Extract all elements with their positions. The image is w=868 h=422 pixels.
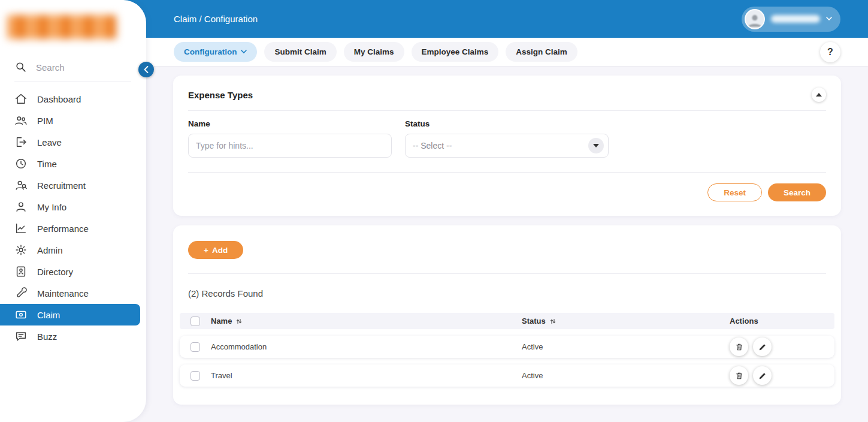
sidebar-item-label: PIM	[37, 116, 53, 126]
chevron-down-icon	[588, 138, 604, 153]
my-info-icon	[14, 200, 28, 213]
page: Claim / Configuration Configuration Subm…	[0, 0, 868, 422]
name-field-label: Name	[188, 119, 392, 128]
delete-button[interactable]	[730, 337, 748, 356]
row-checkbox[interactable]	[190, 371, 200, 381]
performance-icon	[14, 222, 28, 235]
tab-submit-claim[interactable]: Submit Claim	[264, 42, 336, 62]
sidebar-item-label: Time	[37, 159, 57, 169]
sort-icon	[549, 318, 557, 325]
row-checkbox[interactable]	[190, 342, 200, 352]
module-tabbar: Configuration Submit Claim My Claims Emp…	[146, 38, 868, 66]
sidebar-item-dashboard[interactable]: Dashboard	[0, 88, 146, 110]
claim-icon	[14, 308, 28, 321]
logo-image	[7, 15, 116, 39]
sidebar-item-admin[interactable]: Admin	[0, 239, 146, 261]
cell-status: Active	[522, 342, 730, 351]
trash-icon	[734, 371, 744, 381]
sidebar-item-label: Directory	[37, 267, 73, 277]
cell-name: Accommodation	[211, 342, 522, 351]
sidebar-item-label: My Info	[37, 202, 66, 212]
edit-button[interactable]	[753, 337, 772, 356]
sidebar-item-label: Dashboard	[37, 94, 81, 104]
expense-types-table: Name Status Actions Accommodation Active	[180, 313, 834, 387]
trash-icon	[734, 342, 744, 352]
card-title: Expense Types	[188, 90, 253, 100]
cell-name: Travel	[211, 371, 522, 380]
sidebar-item-recruitment[interactable]: Recruitment	[0, 174, 146, 196]
add-button[interactable]: + Add	[188, 241, 243, 259]
expense-types-filter-card: Expense Types Name Status -- Select --	[173, 76, 841, 216]
pencil-icon	[758, 342, 767, 352]
sidebar-item-label: Leave	[37, 137, 62, 147]
edit-button[interactable]	[753, 366, 772, 385]
main-content: Expense Types Name Status -- Select --	[146, 66, 868, 422]
tab-assign-claim[interactable]: Assign Claim	[506, 42, 577, 62]
leave-icon	[14, 135, 28, 149]
records-count: (2) Records Found	[188, 288, 826, 299]
time-icon	[14, 157, 28, 170]
buzz-icon	[14, 330, 28, 343]
admin-icon	[14, 243, 28, 257]
delete-button[interactable]	[730, 366, 748, 385]
sidebar-item-performance[interactable]: Performance	[0, 218, 146, 239]
dashboard-icon	[14, 92, 28, 106]
sidebar-item-label: Maintenance	[37, 288, 89, 299]
sidebar-item-label: Buzz	[37, 331, 57, 342]
tab-label: Configuration	[184, 47, 237, 56]
sidebar-search-input[interactable]	[36, 62, 114, 73]
search-button[interactable]: Search	[768, 183, 826, 201]
maintenance-icon	[14, 287, 28, 300]
column-header-status[interactable]: Status	[522, 316, 730, 325]
column-header-actions: Actions	[730, 316, 834, 325]
pim-icon	[14, 114, 28, 127]
tab-employee-claims[interactable]: Employee Claims	[412, 42, 499, 62]
sidebar-search	[14, 61, 131, 82]
cell-status: Active	[522, 371, 730, 380]
sidebar-item-buzz[interactable]: Buzz	[0, 325, 146, 347]
user-menu[interactable]	[742, 7, 840, 32]
user-name	[771, 15, 820, 23]
sidebar-item-my-info[interactable]: My Info	[0, 196, 146, 218]
tab-my-claims[interactable]: My Claims	[344, 42, 404, 62]
app-logo[interactable]	[7, 15, 139, 40]
divider	[188, 110, 826, 111]
recruitment-icon	[14, 179, 28, 192]
expense-types-results-card: + Add (2) Records Found Name Status	[173, 225, 841, 405]
chevron-down-icon	[241, 50, 247, 54]
add-button-label: Add	[212, 246, 228, 255]
sidebar-item-time[interactable]: Time	[0, 153, 146, 174]
sidebar-item-claim[interactable]: Claim	[0, 304, 140, 325]
sidebar-item-directory[interactable]: Directory	[0, 261, 146, 282]
search-icon	[14, 61, 28, 74]
sidebar: Dashboard PIM Leave Time Recruitment My …	[0, 0, 146, 422]
name-input[interactable]	[188, 134, 392, 158]
status-select-value: -- Select --	[413, 141, 452, 150]
help-button[interactable]: ?	[820, 42, 840, 62]
reset-button[interactable]: Reset	[707, 183, 762, 201]
sidebar-item-maintenance[interactable]: Maintenance	[0, 282, 146, 304]
sidebar-item-leave[interactable]: Leave	[0, 131, 146, 153]
avatar	[745, 9, 765, 29]
sidebar-nav: Dashboard PIM Leave Time Recruitment My …	[0, 88, 146, 347]
select-all-checkbox[interactable]	[190, 316, 200, 326]
table-header-row: Name Status Actions	[180, 313, 834, 329]
caret-up-icon	[816, 93, 822, 97]
table-row: Accommodation Active	[180, 336, 834, 358]
directory-icon	[14, 265, 28, 278]
sidebar-item-label: Performance	[37, 224, 89, 234]
table-row: Travel Active	[180, 364, 834, 387]
pencil-icon	[758, 371, 767, 381]
sidebar-collapse-button[interactable]	[138, 62, 154, 77]
sidebar-item-label: Claim	[37, 310, 60, 320]
chevron-left-icon	[144, 66, 149, 73]
tab-configuration[interactable]: Configuration	[174, 42, 257, 62]
status-select[interactable]: -- Select --	[405, 134, 609, 158]
column-header-name[interactable]: Name	[211, 316, 522, 325]
chevron-down-icon	[826, 17, 832, 21]
divider	[188, 172, 826, 173]
sidebar-item-label: Recruitment	[37, 180, 86, 191]
sort-icon	[235, 318, 243, 325]
collapse-card-button[interactable]	[812, 88, 826, 102]
sidebar-item-pim[interactable]: PIM	[0, 110, 146, 131]
